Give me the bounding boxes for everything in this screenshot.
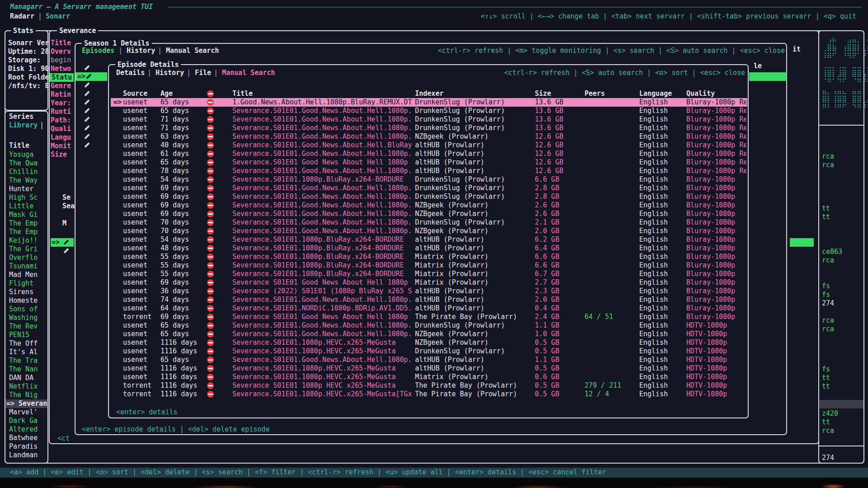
series-item[interactable]: Mask Gi	[9, 211, 38, 219]
release-row[interactable]: usenet55 daysSeverance.S01E01.1080p.BluR…	[111, 261, 747, 270]
rejected-icon	[207, 236, 214, 243]
release-row[interactable]: usenet54 daysSeverance.S01E01.1080p.BluR…	[111, 235, 747, 244]
series-item[interactable]: DAN DA	[9, 374, 33, 382]
release-row[interactable]: usenet55 daysSeverance.S01E01.1080p.BluR…	[111, 270, 747, 278]
series-item[interactable]: Hunter	[9, 185, 33, 193]
tab-season-history[interactable]: History	[127, 47, 155, 55]
series-item[interactable]: Marvel'	[9, 408, 38, 417]
series-item[interactable]: It's Al	[9, 348, 38, 357]
series-item[interactable]: Chillin	[9, 168, 38, 176]
release-row[interactable]: =>usenet65 days1.Good.News.About.Hell.10…	[111, 98, 747, 107]
series-item[interactable]: PEN15	[9, 331, 29, 339]
release-row[interactable]: usenet48 daysSeverance.S01E01.1080p.BluR…	[111, 244, 747, 253]
series-item[interactable]: The Tra	[9, 357, 38, 365]
series-item[interactable]: The Emp	[9, 219, 38, 228]
tab-file[interactable]: File	[195, 69, 211, 77]
release-row[interactable]: usenet65 daysSeverance.S01E01.Good.News.…	[111, 107, 747, 115]
release-row[interactable]: torrent1116 daysSeverance S01E01 1080p H…	[111, 381, 747, 390]
tab-episodes[interactable]: Episodes	[82, 47, 114, 55]
release-row[interactable]: usenet70 daysSeverance.S01E01.Good.News.…	[111, 227, 747, 235]
release-row[interactable]: torrent1116 daysSeverance.S01E01.1080p.H…	[111, 390, 747, 399]
release-row[interactable]: usenet71 daysSeverance.S01E01.Good.News.…	[111, 124, 747, 132]
series-item[interactable]: Little	[9, 202, 33, 211]
release-row[interactable]: usenet69 daysSeverance.S01E01.Good.News.…	[111, 184, 747, 192]
tab-season-manual-search[interactable]: Manual Search	[166, 47, 219, 55]
field-label: begin	[51, 56, 71, 65]
series-item[interactable]: The Gri	[9, 245, 38, 253]
tab-manual-search[interactable]: Manual Search	[222, 69, 275, 77]
series-item[interactable]: The Emp	[9, 228, 38, 236]
release-row[interactable]: usenet1116 daysSeverance.S01E01.1080p.HE…	[111, 364, 747, 373]
selected-season-row-left[interactable]: =>	[51, 238, 74, 247]
release-row[interactable]: usenet1116 daysSeverance.S01E01.1080p.HE…	[111, 338, 747, 347]
release-row[interactable]: usenet61 daysSeverance.S01E01.Good.News.…	[111, 150, 747, 158]
tab-details[interactable]: Details	[116, 69, 145, 77]
series-item[interactable]: Tsunami	[9, 262, 38, 271]
release-row[interactable]: usenet36 daysSeverance (2022) S01E01 (10…	[111, 287, 747, 296]
release-indexer: Miatrix (Prowlarr)	[415, 373, 532, 381]
series-item[interactable]: The Qwa	[9, 159, 38, 168]
series-item[interactable]: Homeste	[9, 296, 38, 305]
release-row[interactable]: usenet69 daysSeverance.S01E01.Good.News.…	[111, 201, 747, 210]
series-item[interactable]: The Way	[9, 176, 38, 185]
release-quality: Bluray-1080p	[686, 192, 746, 201]
release-row[interactable]: usenet69 daysSeverance S01E01 Good News …	[111, 278, 747, 287]
release-row[interactable]: usenet65 daysSeverance.S01E01.Good.News.…	[111, 356, 747, 364]
series-item[interactable]: Keijo!!	[9, 236, 38, 245]
release-row[interactable]: usenet69 daysSeverance.S01E01.Good.News.…	[111, 210, 747, 218]
release-row[interactable]: torrent69 daysSeverance S01E01 Good News…	[111, 313, 747, 321]
series-item[interactable]: Dark Ga	[9, 417, 38, 425]
tab-sonarr[interactable]: Sonarr	[46, 12, 70, 21]
release-row[interactable]: usenet71 daysSeverance.S01E01.Good.News.…	[111, 115, 747, 124]
series-item[interactable]: Sons of	[9, 305, 38, 314]
release-row[interactable]: usenet74 daysSeverance.S01E01.Good.News.…	[111, 296, 747, 304]
release-row[interactable]: usenet54 daysSeverance.S01E01.1080p.BluR…	[111, 175, 747, 184]
release-row[interactable]: usenet63 daysSeverance.S01E01.Good.News.…	[111, 132, 747, 141]
tab-radarr[interactable]: Radarr	[10, 12, 34, 21]
release-language: English	[639, 296, 668, 304]
series-item[interactable]: Landman	[9, 451, 38, 460]
field-row-selected[interactable]: Statu	[50, 73, 74, 82]
series-column-header: Title	[9, 141, 29, 150]
series-item[interactable]: Batwhee	[9, 434, 38, 442]
release-row[interactable]: usenet64 daysSeverance.S01E01.NORDiC.108…	[111, 304, 747, 313]
series-item[interactable]: High Sc	[9, 193, 38, 202]
series-item[interactable]: Mad Men	[9, 271, 38, 279]
release-size: 2.0 GB	[535, 296, 559, 304]
series-item[interactable]: Netflix	[9, 382, 38, 391]
series-item[interactable]: Altered	[9, 425, 38, 434]
series-item[interactable]: Washing	[9, 314, 38, 322]
release-language: English	[639, 158, 668, 167]
release-age: 48 days	[160, 244, 189, 253]
release-row[interactable]: usenet1116 daysSeverance.S01E01.1080p.HE…	[111, 373, 747, 381]
series-item[interactable]: Overflo	[9, 253, 38, 262]
release-row[interactable]: usenet55 daysSeverance.S01E01.1080p.BluR…	[111, 253, 747, 261]
tab-episode-history[interactable]: History	[156, 69, 184, 77]
release-row[interactable]: usenet70 daysSeverance.S01E01.Good.News.…	[111, 218, 747, 227]
series-item[interactable]: The Nan	[9, 365, 38, 374]
season-modal-help: <enter> episode details | <del> delete e…	[82, 425, 269, 434]
series-item[interactable]: The Nig	[9, 391, 38, 399]
release-row[interactable]: usenet78 daysSeverance.S01E01.Good.News.…	[111, 167, 747, 175]
series-item[interactable]: Sirens	[9, 288, 33, 296]
release-row[interactable]: usenet65 daysSeverance.S01E01.Good.News.…	[111, 321, 747, 330]
series-item[interactable]: The Off	[9, 339, 38, 348]
series-item[interactable]: Paradis	[9, 442, 38, 451]
series-item[interactable]: The Rev	[9, 322, 38, 331]
release-source: usenet	[123, 287, 147, 296]
release-row[interactable]: usenet1116 daysSeverance.S01E01.1080p.HE…	[111, 347, 747, 356]
release-row[interactable]: usenet65 daysSeverance.S01E01 Good News …	[111, 158, 747, 167]
series-item[interactable]: Yosuga	[9, 150, 33, 159]
right-panel-selected-row-sliver	[820, 400, 863, 408]
series-tab-library[interactable]: Library	[9, 121, 38, 130]
release-size: 12.6 GB	[535, 158, 563, 167]
series-item[interactable]: Flight	[9, 279, 33, 288]
field-label: Year:	[51, 99, 71, 108]
release-row[interactable]: usenet65 daysSeverance.S01E01.Good.News.…	[111, 330, 747, 338]
release-language: English	[639, 167, 668, 175]
release-size: 6.6 GB	[535, 175, 559, 184]
release-row[interactable]: usenet69 daysSeverance.S01E01.Good.News.…	[111, 192, 747, 201]
release-row[interactable]: usenet40 daysSeverance.S01E01.Good.News.…	[111, 141, 747, 150]
selected-episode-row-left[interactable]: =>	[75, 72, 107, 81]
series-item-selected[interactable]: => Severan	[6, 399, 47, 408]
